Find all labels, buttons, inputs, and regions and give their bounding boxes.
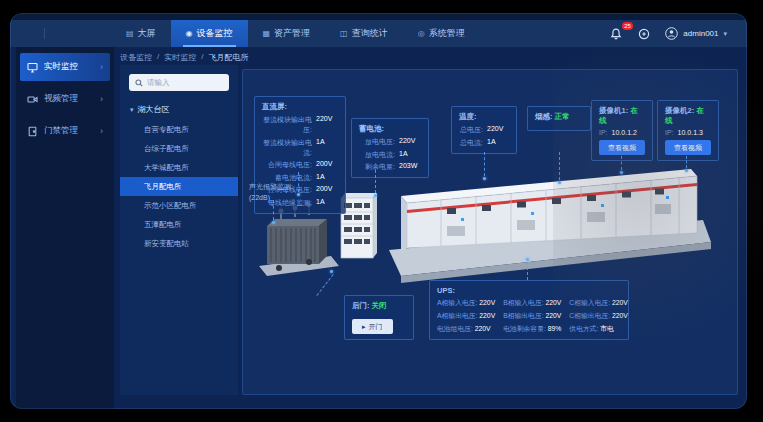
search-input[interactable] <box>147 78 223 87</box>
temperature-card: 温度: 总电压:220V 总电流:1A <box>451 106 517 154</box>
metric-value: 220V <box>545 299 561 306</box>
tab-asset-management[interactable]: ▦ 资产管理 <box>248 20 326 47</box>
metric-label: 整流模块输出电压: <box>262 115 312 135</box>
user-name: admin001 <box>683 29 718 38</box>
tab-dashboard[interactable]: ▤ 大屏 <box>111 20 171 47</box>
body-region: 设备监控 / 实时监控 / 飞月配电所 实时监控 › 视频管理 › 门禁管理 › <box>10 47 747 409</box>
connector-dot <box>374 194 377 197</box>
card-title: 直流屏: <box>262 102 338 112</box>
metric-label: 放电电压: <box>359 137 395 147</box>
tab-system-management[interactable]: ◎ 系统管理 <box>403 20 480 47</box>
metric-value: 220V <box>612 312 628 319</box>
metric-value: 220V <box>479 312 495 319</box>
top-nav: ▤ 大屏 ◉ 设备监控 ▦ 资产管理 ◫ 查询统计 ◎ 系统管理 <box>10 20 747 47</box>
connector-dot <box>558 181 561 184</box>
door-label: 后门: <box>352 301 370 310</box>
metric-label: C相输出电压: <box>569 312 610 319</box>
breadcrumb-item[interactable]: 实时监控 <box>164 52 196 63</box>
tab-label: 查询统计 <box>352 27 388 40</box>
open-door-button[interactable]: ▸ 开门 <box>352 319 393 334</box>
metric-label: 蓄电池电流: <box>262 173 312 183</box>
open-door-label: 开门 <box>369 322 383 332</box>
tree-item-selected[interactable]: 飞月配电所 <box>120 177 238 196</box>
device-monitor-icon: ◉ <box>186 29 193 38</box>
statistics-icon: ◫ <box>340 29 348 38</box>
breadcrumb-item[interactable]: 设备监控 <box>120 52 152 63</box>
search-icon <box>135 79 143 87</box>
tree-root-node[interactable]: ▾ 湖大台区 <box>120 98 238 120</box>
nav-tabs: ▤ 大屏 ◉ 设备监控 ▦ 资产管理 ◫ 查询统计 ◎ 系统管理 <box>111 20 480 47</box>
metric-value: 220V <box>399 137 421 147</box>
connector-line <box>621 156 622 170</box>
smoke-sensor-card: 烟感: 正常 <box>527 106 591 131</box>
metric-value: 200V <box>316 185 338 195</box>
connector-line <box>559 152 560 180</box>
app-window: ▤ 大屏 ◉ 设备监控 ▦ 资产管理 ◫ 查询统计 ◎ 系统管理 <box>10 13 747 409</box>
tree-item[interactable]: 新安变配电站 <box>120 234 238 253</box>
connector-line <box>484 152 485 176</box>
camera1-card: 摄像机1: 在线 IP: 10.0.1.2 查看视频 <box>591 100 653 161</box>
breadcrumb: 设备监控 / 实时监控 / 飞月配电所 <box>120 52 248 63</box>
connector-dot <box>483 177 486 180</box>
tree-item[interactable]: 台综子配电所 <box>120 139 238 158</box>
metric-label: 电池组电压: <box>437 325 473 332</box>
chevron-right-icon: › <box>100 94 103 104</box>
connector-line <box>375 170 376 193</box>
metric-label: 总电流: <box>459 138 483 148</box>
door-status: 关闭 <box>372 301 387 310</box>
sidebar-item-realtime-monitor[interactable]: 实时监控 › <box>20 53 110 81</box>
tree-search[interactable] <box>129 74 229 91</box>
card-title: 摄像机2: 在线 <box>665 106 711 126</box>
card-title: UPS: <box>437 286 621 295</box>
metric-label: 剩余电量: <box>359 162 395 172</box>
ip-label: IP: <box>665 129 674 136</box>
card-title: 蓄电池: <box>359 124 421 134</box>
connector-dot <box>526 258 529 261</box>
sidebar-item-access-control[interactable]: 门禁管理 › <box>20 117 110 145</box>
metric-value: 1A <box>487 138 509 148</box>
smoke-label: 烟感: <box>535 112 553 121</box>
metric-value: 220V <box>545 312 561 319</box>
topbar-divider <box>44 28 45 39</box>
connector-dot <box>620 171 623 174</box>
tree-item[interactable]: 示范小区配电所 <box>120 196 238 215</box>
metric-value: 220V <box>487 125 509 135</box>
metric-value: 220V <box>612 299 628 306</box>
tree-root-label: 湖大台区 <box>138 104 170 115</box>
metric-value: 1A <box>316 138 338 158</box>
alarm-value: (22dB) <box>249 193 293 204</box>
camera2-label: 摄像机2: <box>665 106 694 115</box>
view-video-button[interactable]: 查看视频 <box>665 140 711 155</box>
card-title: 温度: <box>459 112 509 122</box>
metric-label: 总电压: <box>459 125 483 135</box>
metric-value: 89% <box>548 325 562 332</box>
metric-label: 合闸母线电压: <box>262 160 312 170</box>
ip-value: 10.0.1.3 <box>678 129 703 136</box>
metric-label: A相输出电压: <box>437 312 477 319</box>
metric-label: 电池剩余容量: <box>503 325 546 332</box>
tree-item[interactable]: 大学城配电所 <box>120 158 238 177</box>
door-card: 后门: 关闭 ▸ 开门 <box>344 295 414 340</box>
chevron-right-icon: › <box>100 126 103 136</box>
metric-value: 1A <box>399 150 421 160</box>
door-icon <box>27 126 38 137</box>
tree-item[interactable]: 自营专配电所 <box>120 120 238 139</box>
view-video-button[interactable]: 查看视频 <box>599 140 645 155</box>
station-monitor-panel: 直流屏: 整流模块输出电压:220V 整流模块输出电流:1A 合闸母线电压:20… <box>242 69 738 395</box>
metric-value: 220V <box>479 299 495 306</box>
alarm-text: 声光报警监测: <box>249 182 293 193</box>
chevron-down-icon: ▾ <box>723 30 727 38</box>
metric-value: 220V <box>475 325 491 332</box>
video-camera-icon <box>27 94 38 105</box>
user-menu[interactable]: admin001 ▾ <box>665 27 727 40</box>
topbar-actions: 25 admin001 ▾ <box>609 27 747 41</box>
notification-bell-icon[interactable]: 25 <box>609 27 623 41</box>
tree-item[interactable]: 五潭配电所 <box>120 215 238 234</box>
tab-device-monitor[interactable]: ◉ 设备监控 <box>171 20 248 47</box>
breadcrumb-separator: / <box>157 52 159 63</box>
avatar <box>665 27 678 40</box>
fullscreen-icon[interactable] <box>637 27 651 41</box>
sidebar-item-video-management[interactable]: 视频管理 › <box>20 85 110 113</box>
battery-card: 蓄电池: 放电电压:220V 放电电流:1A 剩余电量:203W <box>351 118 429 178</box>
tab-query-statistics[interactable]: ◫ 查询统计 <box>325 20 403 47</box>
